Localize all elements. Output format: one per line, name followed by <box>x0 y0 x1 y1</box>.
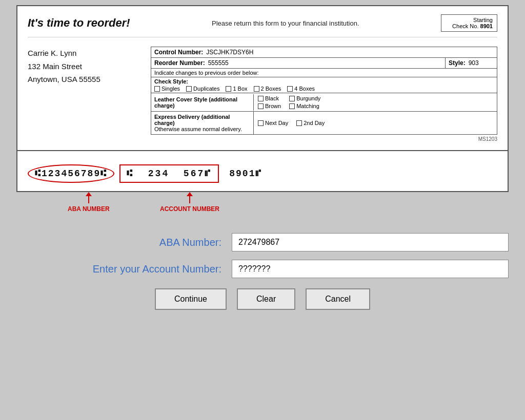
check-option-1box: 1 Box <box>226 86 247 92</box>
control-number-value: JSCJHK7DSY6H <box>206 49 253 56</box>
account-arrow-stem <box>189 196 190 203</box>
check-option-2boxes-label: 2 Boxes <box>261 86 281 92</box>
aba-input-row: ABA Number: <box>16 233 509 251</box>
control-number-row: Control Number: JSCJHK7DSY6H <box>151 47 497 58</box>
check-option-4boxes: 4 Boxes <box>287 86 315 92</box>
checkbox-burgundy[interactable] <box>289 96 295 101</box>
checkbox-black[interactable] <box>258 96 264 101</box>
leather-matching-label: Matching <box>296 103 319 109</box>
ms-code: MS1203 <box>151 136 497 142</box>
leather-burgundy-label: Burgundy <box>296 95 320 101</box>
reorder-value: 555555 <box>208 59 229 67</box>
aba-input-field[interactable] <box>232 233 509 251</box>
indicate-changes: Indicate changes to previous order below… <box>151 68 497 77</box>
reorder-label: Reorder Number: <box>154 59 205 67</box>
check-body: Carrie K. Lynn 132 Main Street Anytown, … <box>28 47 497 142</box>
aba-arrow-stem <box>88 196 89 203</box>
micr-area: ⑆123456789⑆ ⑆ 234 567⑈ 8901⑈ <box>16 151 509 192</box>
leather-cover-options: Black Brown Burgundy <box>254 93 325 111</box>
address-section: Carrie K. Lynn 132 Main Street Anytown, … <box>28 47 140 142</box>
check-option-singles-label: Singles <box>161 86 180 92</box>
leather-brown-label: Brown <box>265 103 281 109</box>
checkbox-2boxes[interactable] <box>254 86 259 92</box>
aba-input-label: ABA Number: <box>16 237 232 248</box>
checkbox-nextday[interactable] <box>258 120 264 126</box>
account-input-row: Enter your Account Number: <box>16 260 509 278</box>
leather-option-matching: Matching <box>289 103 320 109</box>
checkbox-brown[interactable] <box>258 103 264 109</box>
form-section: Control Number: JSCJHK7DSY6H Reorder Num… <box>151 47 497 142</box>
check-option-2boxes: 2 Boxes <box>254 86 281 92</box>
checkbox-matching[interactable] <box>289 103 295 109</box>
leather-col-left: Black Brown <box>258 95 281 109</box>
reorder-style-row: Reorder Number: 555555 Style: 903 <box>151 57 497 69</box>
check-option-singles: Singles <box>154 86 180 92</box>
reorder-part: Reorder Number: 555555 <box>151 58 446 68</box>
check-option-duplicates-label: Duplicates <box>193 86 219 92</box>
express-option-nextday: Next Day <box>258 120 288 126</box>
return-text: Please return this form to your financia… <box>130 19 441 27</box>
leather-black-label: Black <box>265 95 279 101</box>
micr-numbers-row: ⑆123456789⑆ ⑆ 234 567⑈ 8901⑈ <box>28 164 497 183</box>
micr-labels-row: ABA NUMBER ACCOUNT NUMBER <box>16 192 509 223</box>
buttons-row: Continue Clear Cancel <box>16 288 509 310</box>
checkbox-duplicates[interactable] <box>186 86 192 92</box>
aba-arrow: ABA NUMBER <box>68 192 110 213</box>
check-style-options: Singles Duplicates 1 Box 2 Boxes <box>154 86 494 92</box>
account-arrow: ACCOUNT NUMBER <box>160 192 219 213</box>
account-input-field[interactable] <box>232 260 509 278</box>
check-option-duplicates: Duplicates <box>186 86 219 92</box>
account-label: ACCOUNT NUMBER <box>160 205 219 213</box>
control-number-label: Control Number: <box>154 49 203 56</box>
leather-option-burgundy: Burgundy <box>289 95 320 101</box>
micr-aba-number: ⑆123456789⑆ <box>28 164 114 183</box>
check-style-label: Check Style: <box>154 78 494 85</box>
micr-check-number: 8901⑈ <box>229 169 262 179</box>
micr-account-number: ⑆ 234 567⑈ <box>119 164 219 183</box>
check-option-4boxes-label: 4 Boxes <box>294 86 315 92</box>
aba-arrow-head <box>86 192 92 196</box>
form-inputs-section: ABA Number: Enter your Account Number: <box>16 223 509 283</box>
style-part: Style: 903 <box>446 58 497 68</box>
leather-col-right: Burgundy Matching <box>289 95 320 109</box>
express-nextday-label: Next Day <box>265 120 288 126</box>
express-delivery-row: Express Delivery (additional charge) Oth… <box>151 111 497 135</box>
leather-cover-row: Leather Cover Style (additional charge) … <box>151 93 497 112</box>
check-header: It's time to reorder! Please return this… <box>28 14 497 37</box>
style-value: 903 <box>469 59 479 67</box>
check-no-value: 8901 <box>480 23 493 29</box>
cancel-button[interactable]: Cancel <box>306 288 370 310</box>
reorder-title: It's time to reorder! <box>28 16 130 30</box>
style-label: Style: <box>449 59 466 67</box>
express-delivery-sub: Otherwise assume normal delivery. <box>154 126 242 132</box>
address-name: Carrie K. Lynn <box>28 47 140 60</box>
checkbox-singles[interactable] <box>154 86 160 92</box>
aba-label: ABA NUMBER <box>68 205 110 213</box>
leather-option-brown: Brown <box>258 103 281 109</box>
checkbox-1box[interactable] <box>226 86 231 92</box>
express-options: Next Day 2nd Day <box>254 118 329 128</box>
checkbox-2ndday[interactable] <box>296 120 302 126</box>
account-input-label: Enter your Account Number: <box>16 263 232 275</box>
starting-check-box: Starting Check No. 8901 <box>441 14 497 32</box>
account-arrow-head <box>187 192 193 196</box>
check-option-1box-label: 1 Box <box>233 86 247 92</box>
leather-cover-label: Leather Cover Style (additional charge) <box>151 94 254 111</box>
address-street: 132 Main Street <box>28 60 140 73</box>
express-2ndday-label: 2nd Day <box>304 120 325 126</box>
clear-button[interactable]: Clear <box>237 288 295 310</box>
checkbox-4boxes[interactable] <box>287 86 293 92</box>
address-city: Anytown, USA 55555 <box>28 73 140 86</box>
express-delivery-label: Express Delivery (additional charge) Oth… <box>151 112 254 134</box>
continue-button[interactable]: Continue <box>155 288 227 310</box>
starting-label: Starting Check No. 8901 <box>446 17 493 29</box>
leather-option-black: Black <box>258 95 281 101</box>
express-option-2ndday: 2nd Day <box>296 120 325 126</box>
check-style-row: Check Style: Singles Duplicates 1 Box <box>151 77 497 93</box>
